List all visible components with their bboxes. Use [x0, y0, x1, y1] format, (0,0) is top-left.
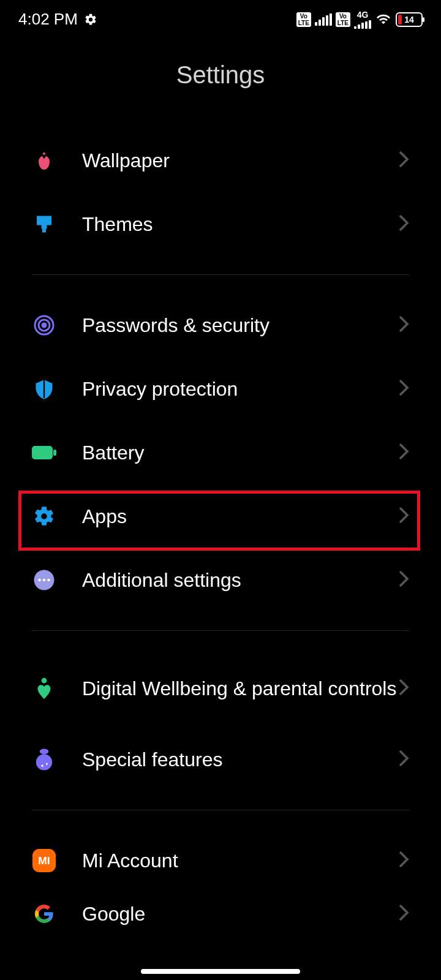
svg-rect-4 [53, 450, 56, 456]
more-icon [32, 568, 56, 592]
settings-item-google[interactable]: Google [0, 892, 441, 935]
settings-item-label: Mi Account [82, 848, 398, 873]
chevron-right-icon [398, 442, 409, 463]
divider [32, 810, 409, 810]
settings-item-label: Privacy protection [82, 377, 398, 401]
chevron-right-icon [398, 379, 409, 399]
settings-item-label: Passwords & security [82, 313, 398, 337]
chevron-right-icon [398, 214, 409, 235]
settings-item-label: Battery [82, 440, 398, 465]
chevron-right-icon [398, 903, 409, 924]
svg-point-8 [43, 579, 46, 582]
status-right: VoLTE VoLTE 4G 14 [296, 10, 423, 29]
svg-point-10 [42, 678, 47, 684]
svg-point-12 [36, 754, 52, 770]
chevron-right-icon [398, 850, 409, 871]
divider [32, 630, 409, 631]
chevron-right-icon [398, 150, 409, 171]
status-time: 4:02 PM [18, 10, 78, 29]
settings-item-label: Google [82, 902, 398, 926]
settings-item-label: Digital Wellbeing & parental controls [82, 676, 398, 701]
svg-point-7 [38, 579, 41, 582]
svg-point-5 [41, 513, 47, 519]
settings-item-label: Themes [82, 212, 398, 236]
svg-point-9 [47, 579, 50, 582]
battery-icon: 14 [396, 12, 423, 27]
chevron-right-icon [398, 570, 409, 590]
settings-item-wallpaper[interactable]: Wallpaper [0, 129, 441, 192]
battery-icon [32, 440, 56, 465]
settings-item-label: Special features [82, 747, 398, 772]
svg-point-11 [40, 748, 49, 754]
home-indicator[interactable] [141, 969, 300, 974]
settings-item-battery[interactable]: Battery [0, 421, 441, 484]
wifi-icon [375, 13, 392, 26]
settings-item-label: Additional settings [82, 568, 398, 592]
mi-logo-icon: MI [32, 848, 56, 873]
fingerprint-icon [32, 313, 56, 337]
volte-icon-1: VoLTE [296, 12, 311, 27]
svg-point-2 [42, 323, 46, 327]
apps-gear-icon [32, 504, 56, 529]
settings-item-themes[interactable]: Themes [0, 192, 441, 256]
special-features-icon [32, 747, 56, 772]
settings-item-label: Wallpaper [82, 148, 398, 173]
wellbeing-icon [32, 676, 56, 701]
network-label: 4G [357, 10, 369, 19]
signal-bars-1 [315, 13, 332, 26]
settings-item-privacy-protection[interactable]: Privacy protection [0, 357, 441, 421]
svg-text:MI: MI [38, 854, 50, 867]
chevron-right-icon [398, 749, 409, 770]
chevron-right-icon [398, 315, 409, 336]
chevron-right-icon [398, 678, 409, 699]
svg-rect-3 [32, 446, 53, 459]
chevron-right-icon [398, 506, 409, 527]
google-logo-icon [32, 902, 56, 926]
shield-icon [32, 377, 56, 401]
signal-column-2: 4G [354, 10, 371, 29]
settings-item-apps[interactable]: Apps [0, 484, 441, 548]
status-bar: 4:02 PM VoLTE VoLTE 4G 14 [0, 0, 441, 34]
page-title: Settings [0, 61, 441, 89]
settings-item-passwords-security[interactable]: Passwords & security [0, 293, 441, 357]
divider [32, 274, 409, 275]
settings-item-additional-settings[interactable]: Additional settings [0, 548, 441, 612]
settings-item-label: Apps [82, 504, 398, 529]
svg-point-14 [46, 763, 48, 765]
settings-list: Wallpaper Themes Passwords & security Pr… [0, 129, 441, 935]
signal-bars-2 [354, 20, 371, 29]
settings-running-icon [84, 13, 97, 26]
settings-item-digital-wellbeing[interactable]: Digital Wellbeing & parental controls [0, 649, 441, 728]
volte-icon-2: VoLTE [336, 12, 350, 27]
settings-item-special-features[interactable]: Special features [0, 728, 441, 791]
themes-icon [32, 212, 56, 236]
wallpaper-icon [32, 148, 56, 173]
status-left: 4:02 PM [18, 10, 97, 29]
battery-level: 14 [404, 15, 414, 24]
settings-item-mi-account[interactable]: MI Mi Account [0, 829, 441, 892]
svg-point-13 [41, 764, 43, 767]
